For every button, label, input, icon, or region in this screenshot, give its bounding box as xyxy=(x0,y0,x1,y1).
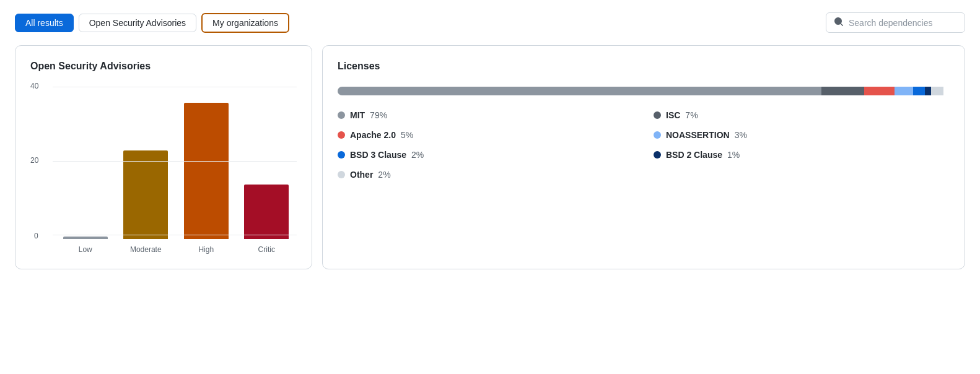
dot-noassertion xyxy=(654,131,661,139)
search-box xyxy=(826,12,965,33)
chart-card-title: Open Security Advisories xyxy=(30,61,297,72)
legend-other: Other 2% xyxy=(338,170,634,180)
dot-mit xyxy=(338,111,345,119)
bar-other xyxy=(931,87,943,95)
bar-apache xyxy=(864,87,895,95)
bar-isc xyxy=(821,87,864,95)
legend-bsd2: BSD 2 Clause 1% xyxy=(654,150,950,160)
bar-label-high: High xyxy=(198,243,214,254)
security-advisories-card: Open Security Advisories 40 20 0 Low xyxy=(15,45,312,269)
legend-isc: ISC 7% xyxy=(654,110,950,120)
search-input[interactable] xyxy=(849,18,957,28)
legend-apache: Apache 2.0 5% xyxy=(338,130,634,140)
legend-noassertion: NOASSERTION 3% xyxy=(654,130,950,140)
legend-name-apache: Apache 2.0 xyxy=(350,130,396,140)
cards-row: Open Security Advisories 40 20 0 Low xyxy=(15,45,965,269)
y-label-0: 0 xyxy=(34,232,38,240)
dot-bsd3 xyxy=(338,151,345,159)
bar-bsd2 xyxy=(925,87,931,95)
search-icon xyxy=(834,17,844,28)
bar-label-critic: Critic xyxy=(258,243,275,254)
legend-pct-isc: 7% xyxy=(685,110,698,120)
legend-pct-mit: 79% xyxy=(370,110,387,120)
y-label-20: 20 xyxy=(30,156,38,165)
bar-noassertion xyxy=(895,87,913,95)
legend-name-other: Other xyxy=(350,170,373,180)
legend-name-isc: ISC xyxy=(666,110,680,120)
bar-low: Low xyxy=(55,237,116,254)
bar-label-low: Low xyxy=(79,243,92,254)
bar-mit xyxy=(338,87,821,95)
licenses-card: Licenses MIT 79% ISC 7% xyxy=(322,45,965,269)
legend-name-bsd3: BSD 3 Clause xyxy=(350,150,406,160)
legend-pct-apache: 5% xyxy=(401,130,413,140)
dot-isc xyxy=(654,111,661,119)
tab-open-security-advisories[interactable]: Open Security Advisories xyxy=(79,14,196,32)
tab-all-results[interactable]: All results xyxy=(15,14,74,32)
dot-apache xyxy=(338,131,345,139)
legend-pct-bsd2: 1% xyxy=(727,150,740,160)
licenses-card-title: Licenses xyxy=(338,61,950,72)
legend-name-mit: MIT xyxy=(350,110,365,120)
legend-name-noassertion: NOASSERTION xyxy=(666,130,730,140)
legend-name-bsd2: BSD 2 Clause xyxy=(666,150,722,160)
legend-pct-bsd3: 2% xyxy=(411,150,424,160)
top-navigation: All results Open Security Advisories My … xyxy=(15,12,965,33)
y-label-40: 40 xyxy=(30,82,38,90)
license-legend: MIT 79% ISC 7% Apache 2.0 5% NOASSERTION… xyxy=(338,110,950,180)
legend-mit: MIT 79% xyxy=(338,110,634,120)
bar-label-moderate: Moderate xyxy=(130,243,162,254)
legend-pct-other: 2% xyxy=(378,170,390,180)
license-bar xyxy=(338,87,950,95)
legend-pct-noassertion: 3% xyxy=(735,130,747,140)
dot-bsd2 xyxy=(654,151,661,159)
tab-my-organizations[interactable]: My organizations xyxy=(201,13,289,33)
dot-other xyxy=(338,171,345,178)
bar-bsd3 xyxy=(913,87,925,95)
legend-bsd3: BSD 3 Clause 2% xyxy=(338,150,634,160)
